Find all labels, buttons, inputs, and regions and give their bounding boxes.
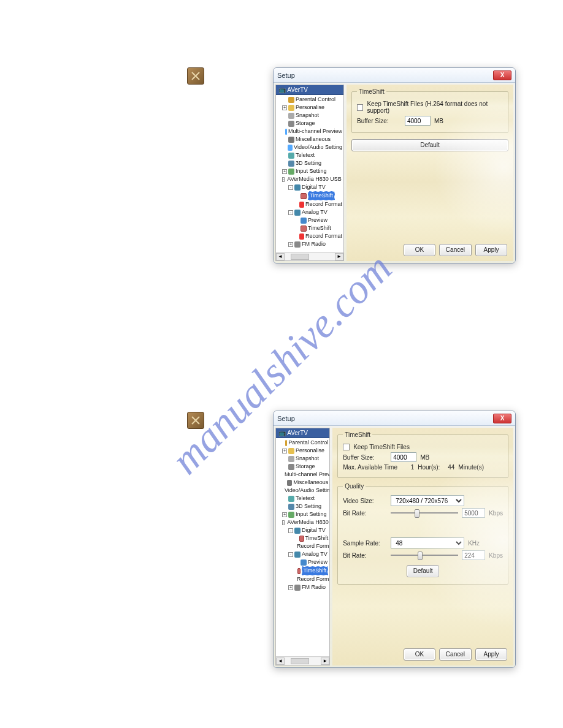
tree-item-misc[interactable]: Miscellaneous <box>276 135 343 143</box>
close-button[interactable]: X <box>493 70 511 80</box>
titlebar[interactable]: Setup X <box>274 411 515 426</box>
scroll-right-icon[interactable]: ► <box>335 253 343 260</box>
setup-dialog-digital-timeshift: Setup X 📺 AVerTV Parental Control +Perso… <box>273 67 516 264</box>
tree-item-atv-preview[interactable]: Preview <box>276 216 343 224</box>
default-button[interactable]: Default <box>407 565 440 577</box>
tree-item-va[interactable]: Video/Audio Setting <box>276 487 329 495</box>
tree-item-teletext[interactable]: Teletext <box>276 151 343 159</box>
tree-item-atv-timeshift[interactable]: TimeShift <box>276 566 329 575</box>
content-pane: TimeShift Keep TimeShift Files Buffer Si… <box>332 428 513 665</box>
tree-item-multichannel[interactable]: Multi-channel Preview <box>276 471 329 479</box>
video-bitrate-slider[interactable] <box>391 508 458 518</box>
video-bitrate-value[interactable] <box>462 508 485 518</box>
kbps-label: Kbps <box>489 510 503 517</box>
tree-item-digitaltv[interactable]: -Digital TV <box>276 183 343 191</box>
tree-item-dtv-recfmt[interactable]: Record Format <box>276 200 343 208</box>
cancel-button[interactable]: Cancel <box>439 244 472 256</box>
tree-item-device[interactable]: -AVerMedia H830 USB Hybri <box>276 518 329 526</box>
scroll-thumb[interactable] <box>291 254 309 260</box>
titlebar[interactable]: Setup X <box>274 68 515 83</box>
tree-item-atv-timeshift[interactable]: TimeShift <box>276 224 343 232</box>
tree-item-multichannel[interactable]: Multi-channel Preview <box>276 127 343 135</box>
tree-root[interactable]: 📺 AVerTV <box>276 428 329 438</box>
keep-files-checkbox[interactable] <box>343 444 350 450</box>
tree-item-dtv-timeshift[interactable]: TimeShift <box>276 534 329 542</box>
setup-dialog-analog-timeshift: Setup X 📺 AVerTV Parental Control +Perso… <box>273 411 516 668</box>
tree-item-atv-recfmt[interactable]: Record Format <box>276 575 329 583</box>
tree-item-teletext[interactable]: Teletext <box>276 495 329 502</box>
tree-item-fm[interactable]: +FM Radio <box>276 240 343 248</box>
hours-value: 1 <box>403 464 414 471</box>
quality-legend: Quality <box>343 483 366 490</box>
scroll-left-icon[interactable]: ◄ <box>276 253 285 260</box>
dialog-title: Setup <box>277 415 295 422</box>
tree-item-storage[interactable]: Storage <box>276 119 343 127</box>
tree-hscroll[interactable]: ◄ ► <box>276 656 329 665</box>
tree-pane: 📺 AVerTV Parental Control +Personalise S… <box>275 428 330 665</box>
cancel-button[interactable]: Cancel <box>439 648 472 661</box>
tree-root[interactable]: 📺 AVerTV <box>276 85 343 95</box>
buffer-label: Buffer Size: <box>357 118 401 124</box>
kbps-label: Kbps <box>489 552 503 559</box>
tree-item-device[interactable]: -AVerMedia H830 USB Hybri <box>276 175 343 183</box>
tree-item-input[interactable]: +Input Setting <box>276 510 329 518</box>
mb-label: MB <box>420 454 429 461</box>
sample-rate-label: Sample Rate: <box>343 540 387 547</box>
tree-hscroll[interactable]: ◄ ► <box>276 252 343 260</box>
audio-bitrate-slider[interactable] <box>391 550 458 560</box>
tree-item-atv-recfmt[interactable]: Record Format <box>276 232 343 240</box>
tool-icon <box>187 412 204 429</box>
buffer-input[interactable] <box>405 116 431 126</box>
timeshift-legend: TimeShift <box>357 88 386 95</box>
tree-item-input[interactable]: +Input Setting <box>276 167 343 175</box>
apply-button[interactable]: Apply <box>475 244 507 256</box>
tree-item-misc[interactable]: Miscellaneous <box>276 479 329 487</box>
buffer-input[interactable] <box>391 452 416 462</box>
ok-button[interactable]: OK <box>404 244 435 256</box>
video-size-select[interactable]: 720x480 / 720x576 <box>391 495 464 506</box>
timeshift-group: TimeShift Keep TimeShift Files Buffer Si… <box>337 431 508 478</box>
tree-item-personalise[interactable]: +Personalise <box>276 104 343 112</box>
buffer-label: Buffer Size: <box>343 454 387 461</box>
quality-group: Quality Video Size: 720x480 / 720x576 Bi… <box>337 483 508 585</box>
timeshift-group: TimeShift Keep TimeShift Files (H.264 fo… <box>351 88 508 133</box>
tree-item-parental[interactable]: Parental Control <box>276 439 329 447</box>
tree-item-analogtv[interactable]: -Analog TV <box>276 550 329 558</box>
keep-files-label: Keep TimeShift Files (H.264 format does … <box>367 100 503 114</box>
tree-item-va[interactable]: Video/Audio Setting <box>276 143 343 151</box>
audio-bitrate-value[interactable] <box>462 550 485 560</box>
tree-item-parental[interactable]: Parental Control <box>276 96 343 104</box>
tree-item-snapshot[interactable]: Snapshot <box>276 455 329 463</box>
keep-files-checkbox[interactable] <box>357 104 363 111</box>
tree-item-personalise[interactable]: +Personalise <box>276 447 329 455</box>
tree-item-storage[interactable]: Storage <box>276 463 329 471</box>
tree-item-3d[interactable]: 3D Setting <box>276 159 343 167</box>
scroll-left-icon[interactable]: ◄ <box>276 658 285 665</box>
minutes-label: Minute(s) <box>458 464 484 471</box>
mb-label: MB <box>434 118 443 124</box>
sample-rate-select[interactable]: 48 <box>391 537 464 548</box>
content-pane: TimeShift Keep TimeShift Files (H.264 fo… <box>347 85 513 261</box>
tree-item-3d[interactable]: 3D Setting <box>276 502 329 510</box>
scroll-thumb[interactable] <box>291 658 309 664</box>
tree-item-snapshot[interactable]: Snapshot <box>276 112 343 119</box>
close-button[interactable]: X <box>493 414 511 423</box>
tool-icon <box>187 67 204 85</box>
tree-item-dtv-timeshift[interactable]: TimeShift <box>276 191 343 200</box>
khz-label: KHz <box>468 540 480 547</box>
default-button[interactable]: Default <box>351 139 508 151</box>
dialog-title: Setup <box>277 72 295 79</box>
tree-item-digitaltv[interactable]: -Digital TV <box>276 526 329 534</box>
timeshift-legend: TimeShift <box>343 431 372 438</box>
tree-item-fm[interactable]: +FM Radio <box>276 583 329 591</box>
minutes-value: 44 <box>443 464 454 471</box>
scroll-right-icon[interactable]: ► <box>321 658 329 665</box>
audio-bitrate-label: Bit Rate: <box>343 552 387 559</box>
tree-item-dtv-recfmt[interactable]: Record Format <box>276 542 329 550</box>
tree-pane: 📺 AVerTV Parental Control +Personalise S… <box>275 85 344 261</box>
apply-button[interactable]: Apply <box>475 648 507 661</box>
ok-button[interactable]: OK <box>404 648 435 661</box>
tree-item-analogtv[interactable]: -Analog TV <box>276 208 343 216</box>
tree-item-atv-preview[interactable]: Preview <box>276 558 329 566</box>
video-bitrate-label: Bit Rate: <box>343 510 387 517</box>
